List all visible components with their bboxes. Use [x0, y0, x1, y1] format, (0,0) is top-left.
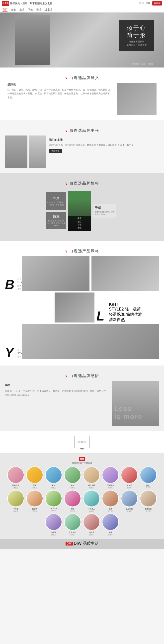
store-item[interactable]: 蒙娜丽莎 官方店 [139, 490, 157, 512]
nav-item-top[interactable]: 上装 [19, 8, 24, 12]
store-item[interactable]: 小鸟依人 旗舰店 [82, 490, 100, 512]
store-item-img-inner [46, 514, 62, 530]
store-item-sub: 旗舰店 [13, 487, 18, 489]
store-item-sub: 旗舰店 [51, 487, 56, 489]
nav-item-home[interactable]: 首页 [2, 8, 7, 12]
nav-item-women[interactable]: 女装 [11, 8, 16, 12]
store-item-name: 潮流前线 [88, 484, 95, 487]
header-right: 粉丝 店铺 购物车 [139, 1, 162, 6]
store-item-image [45, 490, 62, 507]
store-item-image [64, 490, 81, 507]
char-label-3: 干练 [95, 206, 114, 210]
store-item-name: 素缕 [52, 484, 55, 487]
store-item-sub: 旗舰店 [89, 510, 94, 512]
brand-logo-center: 白鹿选 [0, 431, 164, 453]
style-letter-l: L [96, 310, 109, 322]
header-logo: 白鹿选 韩都优先（新店）加下指限定主义发觉 [2, 1, 52, 6]
store-item-sub: 旗舰店 [127, 510, 132, 512]
product-style-section: ∨ 白鹿选产品风格 B ASIC STYLE1 基础・极简 经典基础款式 简约而… [0, 241, 164, 366]
brand-character-section: ∨ 白鹿选品牌性格 率真 真实自然 不做作、不矫情 简单纯粹 独立 独立思考 独… [0, 173, 164, 241]
store-item[interactable]: 悦己 官方店 [101, 490, 119, 512]
store-item[interactable]: 嗨购 官方店 [101, 514, 119, 536]
store-item-name: 优衣先生 [69, 531, 76, 534]
v-icon-5: ∨ [65, 374, 68, 378]
hero-categories: 倾效惠集 女装 儿童装 [131, 63, 154, 66]
style-image-basic-1 [22, 256, 89, 291]
store-item[interactable]: AMH 官方店 [139, 466, 157, 489]
brand-meaning-text: 品牌志 白，纯白、极简、无杂、无忧。 白，是一种生活态度，也是一种精神追求。 选… [7, 83, 112, 100]
store-item[interactable]: 姿鱼 官方店 [64, 466, 82, 489]
brand-feeling-title: ∨ 白鹿选品牌感悟 [0, 368, 164, 381]
store-item[interactable]: 阿卡 官方店 [26, 466, 44, 489]
style-word-light: IGHT [109, 302, 146, 307]
style-letter-y: Y [5, 346, 17, 359]
store-item-name: 姿鱼 [71, 484, 74, 487]
style-image-young [22, 324, 159, 359]
store-item[interactable]: 欧若拉 旗舰店 [120, 466, 138, 489]
nav-item-set[interactable]: 套装 [36, 8, 41, 12]
style-image-basic-2 [91, 256, 159, 291]
store-grid-title: 韩都 韩都优先旗下品牌店铺 [2, 456, 162, 464]
store-item-sub: 官方店 [70, 487, 75, 489]
v-icon: ∨ [65, 76, 68, 80]
store-item-sub: 官方店 [108, 487, 113, 489]
store-item[interactable]: 优衣先生 官方店 [64, 514, 82, 536]
store-item-name: 珂莱蒂尔 [107, 484, 114, 487]
store-item-name: 蒙娜丽莎 [145, 508, 152, 510]
character-right: 干练 干练利落 简洁明快、清爽自然 气质出众 [93, 204, 118, 218]
feeling-text-title: 感悟 [5, 383, 108, 387]
store-item-name: MO&Co [51, 508, 57, 510]
store-item[interactable]: 素缕 旗舰店 [45, 466, 63, 489]
nav-item-bottom[interactable]: 下装 [28, 8, 33, 12]
store-item-img-inner [46, 467, 62, 483]
store-item-img-inner [65, 467, 81, 483]
store-item[interactable]: 珂莱蒂尔 官方店 [101, 466, 119, 489]
store-item-image [121, 466, 138, 484]
hero-cat-3[interactable]: 儿童装 [147, 63, 153, 65]
logo-text: 白鹿选 [2, 2, 8, 5]
store-item[interactable]: 妖精口袋 旗舰店 [120, 490, 138, 512]
store-item-image [83, 466, 100, 484]
store-item-img-inner [27, 467, 43, 483]
store-item-image [45, 514, 62, 530]
nav-item-kids[interactable]: 儿童装 [45, 8, 52, 12]
store-item[interactable]: 俏皮风 旗舰店 [82, 514, 100, 536]
store-item[interactable]: 潮流前线 旗舰店 [82, 466, 100, 489]
brand-character-title-text: 白鹿选品牌性格 [70, 181, 99, 186]
store-item-image [7, 490, 24, 507]
store-item[interactable]: 初棉 官方店 [64, 490, 82, 512]
store-item[interactable]: MO&Co 旗舰店 [45, 490, 63, 512]
style-grid: B ASIC STYLE1 基础・极简 经典基础款式 简约而不简单 百搭实用首选… [0, 256, 164, 359]
feeling-text-content: 白鹿选，不只是一个品牌 它是一种生活方式，一种态度 一种对美好生活的追求 简约、… [5, 389, 108, 397]
footer-tagline: DIW 品质生活 [74, 541, 99, 546]
brand-philosophy-title: ∨ 白鹿选品牌主张 [0, 123, 164, 136]
store-item-img-inner [65, 490, 81, 506]
hero-text-box: 倾于心简于形 白鹿选原创设计极简主义・生活美学 [119, 20, 154, 51]
style-row-young: Y OUNG STYLE3 青春・极简 活力青春 时尚简约 个性十足 [5, 324, 159, 359]
store-logo-text: 韩都 [79, 457, 85, 461]
philosophy-more-button[interactable]: 了解更多 [49, 149, 62, 153]
hero-cat-2[interactable]: 女装 [141, 63, 145, 65]
style-letter-b: B [5, 278, 17, 291]
store-item[interactable]: 韩都衣舍 旗舰店 [7, 466, 25, 489]
store-item-image [45, 466, 62, 484]
store-item[interactable]: 卡洛琳 旗舰店 [7, 490, 25, 512]
header-title: 韩都优先（新店）加下指限定主义发觉 [10, 2, 52, 5]
store-item-img-inner [83, 490, 99, 506]
store-item[interactable]: 拉波等 官方店 [26, 490, 44, 512]
store-item[interactable]: 白鹿选 旗舰店 [45, 514, 63, 536]
cart-button[interactable]: 购物车 [152, 1, 162, 6]
store-item-img-inner [83, 467, 99, 483]
philosophy-content: 我们的主张 追求"少即是多，简约之美" 大道至简，繁华落尽 去繁就简，回归本质 … [0, 136, 164, 168]
store-item-img-inner [102, 490, 118, 506]
hero-cat-1[interactable]: 倾效惠集 [131, 63, 139, 65]
philosophy-text-content: 追求"少即是多，简约之美" 大道至简，繁华落尽 去繁就简，回归本质 ▶ 点击了解… [49, 143, 159, 147]
style-label-light: STYLE2 轻・极简 [109, 307, 146, 312]
store-item-img-inner [8, 490, 24, 506]
store-item-name: 初棉 [71, 508, 74, 510]
char-label-2: 独立 [53, 214, 60, 219]
store-item-sub: 旗舰店 [89, 487, 94, 489]
store-item-img-inner [140, 467, 156, 483]
brand-philosophy-title-text: 白鹿选品牌主张 [70, 128, 99, 133]
store-item-image [121, 490, 138, 507]
